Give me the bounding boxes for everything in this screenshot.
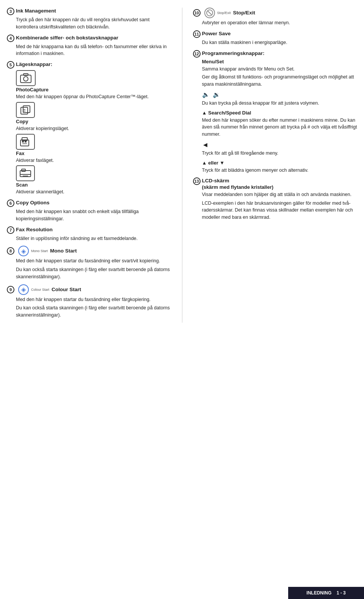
power-save-body: Du kan ställa maskinen i energisparläge. bbox=[202, 39, 358, 46]
section-number-12: 12 bbox=[193, 50, 201, 58]
section-colour-start: 9 ◈ Colour Start Colour Start Med den hä… bbox=[7, 284, 171, 319]
section-number-4: 4 bbox=[7, 34, 14, 42]
search-speed-dial-subsection: ▲ Search/Speed Dial Med den här knappen … bbox=[202, 110, 358, 138]
column-divider bbox=[182, 8, 182, 323]
lage-knappar-title: Lägesknappar: bbox=[16, 61, 52, 68]
section-number-6: 6 bbox=[7, 199, 14, 207]
fax-resolution-title: Fax Resolution bbox=[16, 226, 53, 233]
volume-subsection: 🔈 🔉 Du kan trycka på dessa knappar för a… bbox=[202, 91, 358, 107]
section-mono-start: 8 ◈ Mono Start Mono Start Med den här kn… bbox=[7, 246, 171, 280]
stop-exit-icon bbox=[204, 8, 215, 18]
stop-exit-small-text: Stop/Exit bbox=[217, 11, 231, 15]
section-ink-management: 3 Ink Management Tryck på den här knappe… bbox=[7, 8, 171, 31]
menu-set-body2: Ger dig åtkomst till funktions- och prog… bbox=[202, 74, 358, 88]
menu-set-subsection: Menu/Set Samma knappar används för Menu … bbox=[202, 59, 358, 88]
mono-start-title: Mono Start bbox=[50, 248, 77, 254]
lcd-skarm-body2: LCD-exemplen i den här bruksanvisningen … bbox=[202, 200, 358, 221]
section-number-13: 13 bbox=[193, 177, 201, 185]
programmeringsknappar-title: Programmeringsknappar: bbox=[202, 50, 265, 57]
up-down-arrow-body: Tryck för att bläddra igenom menyer och … bbox=[202, 167, 358, 174]
footer-text: INLEDNING 1 - 3 bbox=[306, 590, 345, 596]
colour-start-title: Colour Start bbox=[52, 286, 81, 293]
scan-label: Scan bbox=[16, 182, 28, 188]
combined-keys-title: Kombinerade siffer- och bokstavsknappar bbox=[16, 34, 118, 41]
section-stop-exit: 10 Stop/Exit Stop/Exit Avbryter en opera… bbox=[193, 8, 358, 27]
volume-body: Du kan trycka på dessa knappar för att j… bbox=[202, 100, 358, 107]
fax-resolution-body: Ställer in upplösning inför sändning av … bbox=[16, 235, 171, 242]
volume-icons-row: 🔈 🔉 bbox=[202, 91, 358, 98]
section-combined-keys: 4 Kombinerade siffer- och bokstavsknappa… bbox=[7, 34, 171, 58]
combined-keys-body: Med de här knapparna kan du slå telefon-… bbox=[16, 43, 171, 58]
svg-rect-9 bbox=[22, 141, 24, 143]
stop-exit-title: Stop/Exit bbox=[233, 9, 256, 16]
section-lage-knappar: 5 Lägesknappar: PhotoCapture Med den här… bbox=[7, 61, 171, 196]
lcd-skarm-title: LCD-skärm bbox=[202, 178, 229, 183]
fax-icon bbox=[16, 134, 35, 150]
svg-rect-4 bbox=[23, 106, 30, 113]
copy-label: Copy bbox=[16, 119, 28, 124]
scan-body: Aktiverar skannerläget. bbox=[16, 188, 171, 196]
back-arrow-subsection: ◄ Tryck för att gå till föregående meny. bbox=[202, 141, 358, 157]
menu-set-body1: Samma knappar används för Menu och Set. bbox=[202, 66, 358, 73]
mono-start-body2: Du kan också starta skanningen (i färg e… bbox=[16, 266, 171, 281]
photocapture-label: PhotoCapture bbox=[16, 87, 49, 93]
up-down-arrow-title: ▲ eller ▼ bbox=[202, 160, 358, 166]
lcd-skarm-body1: Visar meddelanden som hjälper dig att st… bbox=[202, 191, 358, 198]
fax-label: Fax bbox=[16, 151, 24, 156]
ink-management-title: Ink Management bbox=[16, 8, 56, 14]
section-fax-resolution: 7 Fax Resolution Ställer in upplösning i… bbox=[7, 226, 171, 242]
copy-body: Aktiverar kopieringsläget. bbox=[16, 125, 171, 132]
section-programmeringsknappar: 12 Programmeringsknappar: Menu/Set Samma… bbox=[193, 50, 358, 174]
back-arrow-body: Tryck för att gå till föregående meny. bbox=[202, 150, 358, 157]
volume-up-icon: 🔉 bbox=[213, 91, 220, 98]
section-number-8: 8 bbox=[7, 247, 14, 255]
search-speed-dial-title: ▲ Search/Speed Dial bbox=[202, 110, 358, 116]
photocapture-icon bbox=[16, 70, 36, 86]
copy-options-body: Med den här knappen kan snabbt och enkel… bbox=[16, 208, 171, 223]
stop-exit-body: Avbryter en operation eller lämnar menyn… bbox=[202, 19, 358, 27]
colour-start-small-label: Colour Start bbox=[31, 288, 49, 292]
copy-icon bbox=[16, 102, 35, 118]
volume-down-icon: 🔈 bbox=[202, 91, 210, 98]
left-column: 3 Ink Management Tryck på den här knappe… bbox=[7, 8, 171, 323]
copy-options-title: Copy Options bbox=[16, 199, 50, 206]
ink-management-body: Tryck på den här knappen när du vill ren… bbox=[16, 16, 171, 31]
section-lcd-skarm: 13 LCD-skärm (skärm med flytande kristal… bbox=[193, 177, 358, 221]
photocapture-label-row: PhotoCapture bbox=[7, 87, 171, 93]
fax-label-row: Fax bbox=[7, 151, 171, 156]
mono-start-icon: ◈ bbox=[18, 246, 29, 256]
mono-start-small-label: Mono Start bbox=[31, 249, 48, 253]
svg-rect-10 bbox=[25, 141, 27, 143]
svg-line-17 bbox=[208, 11, 212, 15]
search-speed-dial-body: Med den här knappen söker du efter numme… bbox=[202, 117, 358, 138]
power-save-title: Power Save bbox=[202, 30, 231, 37]
section-number-7: 7 bbox=[7, 226, 14, 234]
section-number-10: 10 bbox=[193, 9, 201, 17]
section-copy-options: 6 Copy Options Med den här knappen kan s… bbox=[7, 199, 171, 223]
svg-point-1 bbox=[24, 77, 28, 81]
lcd-skarm-subtitle: (skärm med flytande kristaller) bbox=[202, 184, 274, 190]
footer-bar: INLEDNING 1 - 3 bbox=[288, 587, 364, 599]
photocapture-body: Med den här knappen öppnar du PhotoCaptu… bbox=[16, 93, 171, 100]
up-down-arrow-subsection: ▲ eller ▼ Tryck för att bläddra igenom m… bbox=[202, 160, 358, 174]
back-arrow-icon: ◄ bbox=[202, 141, 358, 149]
svg-rect-2 bbox=[24, 74, 28, 75]
mono-start-body1: Med den här knappen startar du faxsändni… bbox=[16, 257, 171, 265]
colour-start-body1: Med den här knappen startar du faxsändni… bbox=[16, 296, 171, 303]
section-number-3: 3 bbox=[7, 8, 14, 15]
fax-body: Aktiverar faxläget. bbox=[16, 157, 171, 164]
menu-set-title: Menu/Set bbox=[202, 59, 358, 64]
section-number-11: 11 bbox=[193, 30, 201, 38]
right-column: 10 Stop/Exit Stop/Exit Avbryter en opera… bbox=[193, 8, 358, 323]
section-number-5: 5 bbox=[7, 61, 14, 69]
section-number-9: 9 bbox=[7, 286, 14, 293]
copy-label-row: Copy bbox=[7, 119, 171, 124]
colour-start-icon: ◈ bbox=[18, 284, 29, 295]
section-power-save: 11 Power Save Du kan ställa maskinen i e… bbox=[193, 30, 358, 46]
scan-icon bbox=[16, 165, 35, 181]
colour-start-body2: Du kan också starta skanningen (i färg e… bbox=[16, 304, 171, 319]
svg-rect-3 bbox=[21, 107, 28, 114]
scan-label-row: Scan bbox=[7, 182, 171, 188]
